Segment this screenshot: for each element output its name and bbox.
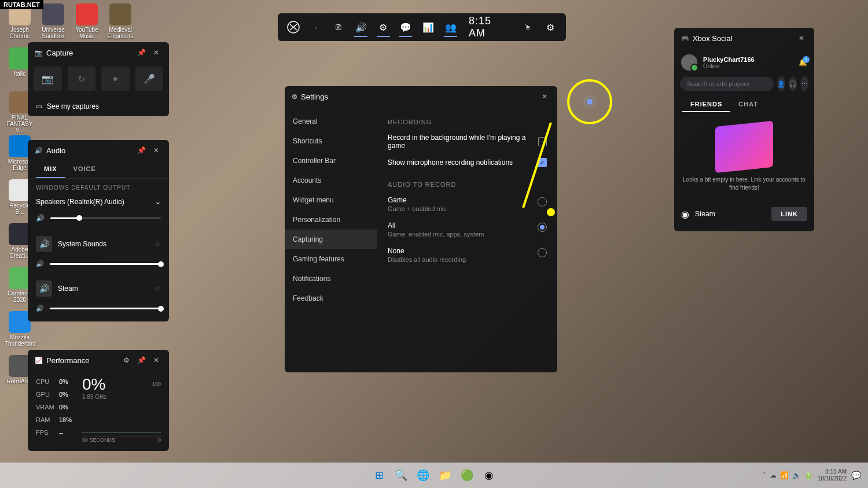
chart-icon[interactable]: 📊 xyxy=(417,16,439,39)
search-input[interactable] xyxy=(680,77,774,91)
settings-nav-item[interactable]: Feedback xyxy=(285,289,377,308)
steam-icon: ◉ xyxy=(681,209,689,220)
performance-widget: 📈 Performance ⚙ 📌 ✕ CPU0%GPU0%VRAM0%RAM1… xyxy=(28,350,169,451)
audio-icon[interactable]: 🔊 xyxy=(350,16,372,39)
recording-section-title: RECORDING xyxy=(388,119,547,125)
tray-chevron-icon[interactable]: ˄ xyxy=(763,471,766,479)
tray-battery-icon[interactable]: 🔋 xyxy=(804,471,813,479)
capture-title: Capture xyxy=(46,49,73,57)
app-name: Steam xyxy=(58,284,149,293)
start-button[interactable]: ⊞ xyxy=(370,466,388,485)
desktop-icon[interactable]: YouTube Music xyxy=(72,3,102,39)
favorite-icon[interactable]: ☆ xyxy=(155,240,161,248)
speaker-icon: 🔊 xyxy=(36,260,44,268)
capture-icon[interactable]: ⎚ xyxy=(327,16,350,39)
expand-icon[interactable]: › xyxy=(305,16,328,39)
tray-onedrive-icon[interactable]: ☁ xyxy=(770,471,777,479)
pin-icon[interactable]: 📌 xyxy=(135,47,147,58)
xbox-social-widget: 🎮 Xbox Social ✕ PluckyChart7166 Online 🔔… xyxy=(674,28,814,231)
perf-stat-row: FPS-- xyxy=(36,426,72,439)
screenshot-button[interactable]: 📷 xyxy=(34,66,62,91)
settings-nav-item[interactable]: Widget menu xyxy=(285,190,377,210)
perf-big-percent: 0% xyxy=(82,375,161,394)
settings-nav-item[interactable]: Notifications xyxy=(285,269,377,289)
notifications-icon[interactable]: 💬 xyxy=(851,471,861,480)
settings-icon[interactable]: ⚙ xyxy=(539,16,561,39)
avatar[interactable] xyxy=(681,54,697,71)
options-icon[interactable]: ⚙ xyxy=(120,354,132,366)
close-icon[interactable]: ✕ xyxy=(539,91,550,102)
taskbar-clock[interactable]: 8:15 AM 10/10/2022 xyxy=(818,468,847,482)
record-background-label: Record in the background while I'm playi… xyxy=(388,134,538,150)
xbox-icon: 🎮 xyxy=(681,35,689,42)
capture-widget: 📷 Capture 📌 ✕ 📷 ↻ ● 🎤 ▭ See my captures xyxy=(28,42,169,116)
tab-voice[interactable]: VOICE xyxy=(65,161,104,178)
app-icon: 🔊 xyxy=(36,236,52,252)
widget-menu-icon[interactable]: 🖱 xyxy=(517,16,539,39)
audio-record-radio[interactable] xyxy=(538,223,547,232)
add-friend-icon[interactable]: 👤 xyxy=(777,76,785,91)
notifications-icon[interactable]: 🔔1 xyxy=(799,58,807,66)
audio-widget: 🔊 Audio 📌 ✕ MIX VOICE WINDOWS DEFAULT OU… xyxy=(28,140,169,321)
pin-icon[interactable]: 📌 xyxy=(135,145,147,156)
tray-wifi-icon[interactable]: 📶 xyxy=(780,471,789,479)
record-button[interactable]: ● xyxy=(101,66,130,91)
tab-chat[interactable]: CHAT xyxy=(730,97,766,112)
radio-sublabel: Game, enabled mic, apps, system xyxy=(388,231,484,238)
perf-stat-row: GPU0% xyxy=(36,388,72,401)
audio-record-radio[interactable] xyxy=(538,197,547,206)
close-icon[interactable]: ✕ xyxy=(150,47,162,58)
audio-record-section-title: AUDIO TO RECORD xyxy=(388,181,547,188)
close-icon[interactable]: ✕ xyxy=(150,354,162,366)
explorer-icon[interactable]: 📁 xyxy=(436,466,454,485)
performance-icon[interactable]: ⚙ xyxy=(372,16,395,39)
close-icon[interactable]: ✕ xyxy=(150,145,162,156)
tab-friends[interactable]: FRIENDS xyxy=(682,97,730,112)
settings-nav-item[interactable]: Capturing xyxy=(285,230,377,249)
chrome-icon[interactable]: 🌐 xyxy=(414,466,432,485)
settings-nav-item[interactable]: Gaming features xyxy=(285,249,377,269)
mic-button[interactable]: 🎤 xyxy=(135,66,164,91)
see-captures-link[interactable]: ▭ See my captures xyxy=(28,97,169,116)
chart-x-label: 60 SECONDS xyxy=(82,437,115,443)
app-volume-slider[interactable] xyxy=(50,308,161,309)
app-icon[interactable]: 🟢 xyxy=(458,466,476,485)
taskbar: ⊞ 🔍 🌐 📁 🟢 ◉ ˄ ☁ 📶 🔊 🔋 8:15 AM 10/10/2022… xyxy=(0,463,868,488)
output-device-dropdown[interactable]: Speakers (Realtek(R) Audio) ⌄ xyxy=(36,194,161,209)
more-icon[interactable]: ⋯ xyxy=(800,76,808,91)
settings-nav-item[interactable]: General xyxy=(285,112,377,131)
search-icon[interactable]: 🔍 xyxy=(392,466,410,485)
speaker-icon: 🔊 xyxy=(36,214,45,222)
resources-icon[interactable]: 💬 xyxy=(395,16,417,39)
close-icon[interactable]: ✕ xyxy=(796,32,807,44)
xbox-logo-icon[interactable] xyxy=(282,16,305,39)
app-volume-slider[interactable] xyxy=(50,263,161,265)
gamebar-time: 8:15 AM xyxy=(469,15,510,39)
watermark: RUTAB.NET xyxy=(0,0,43,9)
link-button[interactable]: LINK xyxy=(771,207,807,221)
xbox-social-icon[interactable]: 👥 xyxy=(439,16,462,39)
annotation-dot xyxy=(547,208,555,216)
pin-icon[interactable]: 📌 xyxy=(135,354,147,366)
settings-nav-item[interactable]: Personalization xyxy=(285,210,377,230)
desktop-icon[interactable]: Medieval Engineers xyxy=(105,3,135,39)
perf-stat-row: RAM18% xyxy=(36,413,72,426)
radio-label: Game xyxy=(388,196,447,204)
default-output-label: WINDOWS DEFAULT OUTPUT xyxy=(36,184,161,191)
chart-scale-top: 100 xyxy=(152,381,161,387)
performance-title: Performance xyxy=(46,356,89,365)
record-last-button[interactable]: ↻ xyxy=(68,66,96,91)
favorite-icon[interactable]: ☆ xyxy=(155,284,161,293)
steam-icon[interactable]: ◉ xyxy=(480,466,498,485)
settings-nav-item[interactable]: Controller Bar xyxy=(285,151,377,171)
headset-icon[interactable]: 🎧 xyxy=(789,76,797,91)
mic-notifications-label: Show microphone recording notifications xyxy=(388,158,513,167)
radio-sublabel: Game + enabled mic xyxy=(388,205,447,212)
master-volume-slider[interactable] xyxy=(50,217,161,219)
settings-nav-item[interactable]: Shortcuts xyxy=(285,131,377,151)
tab-mix[interactable]: MIX xyxy=(36,161,65,178)
audio-record-radio[interactable] xyxy=(538,248,547,257)
tray-volume-icon[interactable]: 🔊 xyxy=(792,471,801,479)
radio-sublabel: Disables all audio recording xyxy=(388,256,466,263)
settings-nav-item[interactable]: Accounts xyxy=(285,171,377,190)
